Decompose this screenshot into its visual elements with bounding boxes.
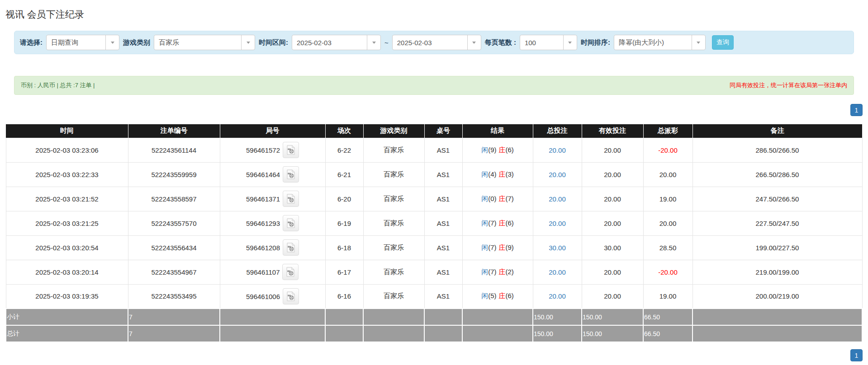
query-type-value: 日期查询 bbox=[47, 38, 105, 47]
column-header-valid-bet: 有效投注 bbox=[582, 124, 643, 138]
total-empty-cell bbox=[325, 325, 363, 342]
cell-valid-bet: 20.00 bbox=[582, 211, 643, 235]
chevron-down-icon bbox=[692, 35, 705, 50]
cell-result: 闲(7)庄(9) bbox=[462, 235, 533, 260]
round-id-text: 596461371 bbox=[246, 195, 280, 203]
film-reel-icon bbox=[286, 145, 295, 155]
cell-round-id: 596461371 bbox=[220, 187, 325, 211]
cell-total-bet[interactable]: 20.00 bbox=[533, 162, 582, 187]
cell-bet-id: 522243559959 bbox=[128, 162, 220, 187]
date-to-select[interactable]: 2025-02-03 bbox=[392, 35, 481, 50]
cell-total-bet[interactable]: 30.00 bbox=[533, 235, 582, 260]
subtotal-empty-cell bbox=[220, 309, 325, 325]
cell-bet-id: 522243557570 bbox=[128, 211, 220, 235]
banker-score: (3) bbox=[506, 170, 514, 178]
subtotal-label: 小计 bbox=[6, 309, 128, 325]
date-from-select[interactable]: 2025-02-03 bbox=[292, 35, 381, 50]
banker-result-label: 庄 bbox=[499, 268, 506, 276]
video-replay-button[interactable] bbox=[283, 142, 299, 158]
subtotal-count: 7 bbox=[128, 309, 220, 325]
total-empty-cell bbox=[363, 325, 424, 342]
column-header-game-type: 游戏类别 bbox=[363, 124, 424, 138]
subtotal-empty-cell bbox=[693, 309, 862, 325]
subtotal-empty-cell bbox=[363, 309, 424, 325]
page-title: 视讯 会员下注纪录 bbox=[5, 8, 863, 21]
cell-round-id: 596461293 bbox=[220, 211, 325, 235]
cell-table-id: AS1 bbox=[424, 187, 462, 211]
cell-result: 闲(4)庄(3) bbox=[462, 162, 533, 187]
round-id-text: 596461107 bbox=[247, 268, 280, 276]
cell-total-bet[interactable]: 20.00 bbox=[533, 284, 582, 309]
player-result-label: 闲 bbox=[481, 219, 488, 227]
column-header-total-bet: 总投注 bbox=[533, 124, 582, 138]
film-reel-icon bbox=[286, 291, 295, 301]
video-replay-button[interactable] bbox=[283, 239, 299, 256]
cell-table-id: AS1 bbox=[424, 211, 462, 235]
column-header-round-id: 局号 bbox=[220, 124, 325, 138]
cell-time: 2025-02-03 03:20:54 bbox=[6, 235, 128, 260]
cell-table-id: AS1 bbox=[424, 138, 462, 162]
cell-total-bet[interactable]: 20.00 bbox=[533, 211, 582, 235]
round-id-text: 596461208 bbox=[246, 244, 280, 252]
cell-payout: -20.00 bbox=[643, 260, 693, 284]
video-replay-button[interactable] bbox=[283, 166, 299, 182]
player-score: (7) bbox=[488, 243, 496, 251]
valid-bet-notice: 同局有效投注，统一计算在该局第一张注单内 bbox=[730, 81, 847, 89]
bet-records-table: 时间注单编号局号场次游戏类别桌号结果总投注有效投注总派彩备注 2025-02-0… bbox=[5, 124, 863, 342]
cell-table-id: AS1 bbox=[424, 235, 462, 260]
table-row: 2025-02-03 03:21:25 522243557570 5964612… bbox=[6, 211, 862, 235]
page-size-select[interactable]: 100 bbox=[520, 35, 577, 50]
cell-note: 266.50/286.50 bbox=[693, 162, 862, 187]
chevron-down-icon bbox=[241, 35, 255, 50]
player-result-label: 闲 bbox=[481, 292, 488, 299]
film-reel-icon bbox=[286, 243, 295, 253]
cell-time: 2025-02-03 03:22:33 bbox=[6, 162, 128, 187]
video-replay-button[interactable] bbox=[283, 288, 299, 304]
query-type-select[interactable]: 日期查询 bbox=[46, 35, 119, 50]
video-replay-button[interactable] bbox=[283, 191, 299, 207]
cell-result: 闲(7)庄(2) bbox=[462, 260, 533, 284]
cell-result: 闲(0)庄(7) bbox=[462, 187, 533, 211]
table-row: 2025-02-03 03:21:52 522243558597 5964613… bbox=[6, 187, 862, 211]
query-type-label: 请选择: bbox=[20, 38, 43, 47]
page-button-1[interactable]: 1 bbox=[850, 349, 863, 361]
page-button-1[interactable]: 1 bbox=[850, 104, 863, 116]
cell-session: 6-19 bbox=[325, 211, 363, 235]
cell-note: 247.50/266.50 bbox=[693, 187, 862, 211]
column-header-session: 场次 bbox=[325, 124, 363, 138]
cell-bet-id: 522243558597 bbox=[128, 187, 220, 211]
summary-bar: 币别 : 人民币 | 总共 :7 注单 | 同局有效投注，统一计算在该局第一张注… bbox=[14, 76, 854, 95]
film-reel-icon bbox=[286, 267, 295, 277]
game-type-select[interactable]: 百家乐 bbox=[154, 35, 255, 50]
game-type-label: 游戏类别 bbox=[123, 38, 150, 47]
page-size-label: 每页笔数 : bbox=[485, 38, 516, 47]
chevron-down-icon bbox=[467, 35, 481, 50]
search-button[interactable]: 查询 bbox=[712, 35, 734, 50]
total-label: 总计 bbox=[6, 325, 128, 342]
total-valid-bet: 150.00 bbox=[582, 325, 643, 342]
cell-note: 227.50/247.50 bbox=[693, 211, 862, 235]
video-replay-button[interactable] bbox=[282, 264, 299, 280]
cell-total-bet[interactable]: 20.00 bbox=[533, 187, 582, 211]
time-range-label: 时间区间: bbox=[259, 38, 288, 47]
total-count: 7 bbox=[128, 325, 220, 342]
currency-summary-text: 币别 : 人民币 | 总共 :7 注单 | bbox=[21, 81, 95, 89]
cell-note: 286.50/266.50 bbox=[693, 138, 862, 162]
grand-total-row: 总计 7 150.00 150.00 66.50 bbox=[6, 325, 862, 342]
round-id-text: 596461572 bbox=[246, 146, 280, 154]
cell-total-bet[interactable]: 20.00 bbox=[533, 260, 582, 284]
cell-valid-bet: 20.00 bbox=[582, 260, 643, 284]
cell-game-type: 百家乐 bbox=[363, 211, 424, 235]
sort-order-label: 时间排序: bbox=[581, 38, 610, 47]
sort-order-select[interactable]: 降幂(由大到小) bbox=[614, 35, 706, 50]
banker-result-label: 庄 bbox=[499, 146, 506, 154]
column-header-time: 时间 bbox=[6, 124, 128, 138]
video-replay-button[interactable] bbox=[283, 215, 299, 231]
cell-time: 2025-02-03 03:23:06 bbox=[6, 138, 128, 162]
cell-game-type: 百家乐 bbox=[363, 187, 424, 211]
player-score: (7) bbox=[488, 268, 496, 276]
total-empty-cell bbox=[220, 325, 325, 342]
cell-total-bet[interactable]: 20.00 bbox=[533, 138, 582, 162]
chevron-down-icon bbox=[563, 35, 577, 50]
banker-score: (6) bbox=[506, 292, 514, 299]
